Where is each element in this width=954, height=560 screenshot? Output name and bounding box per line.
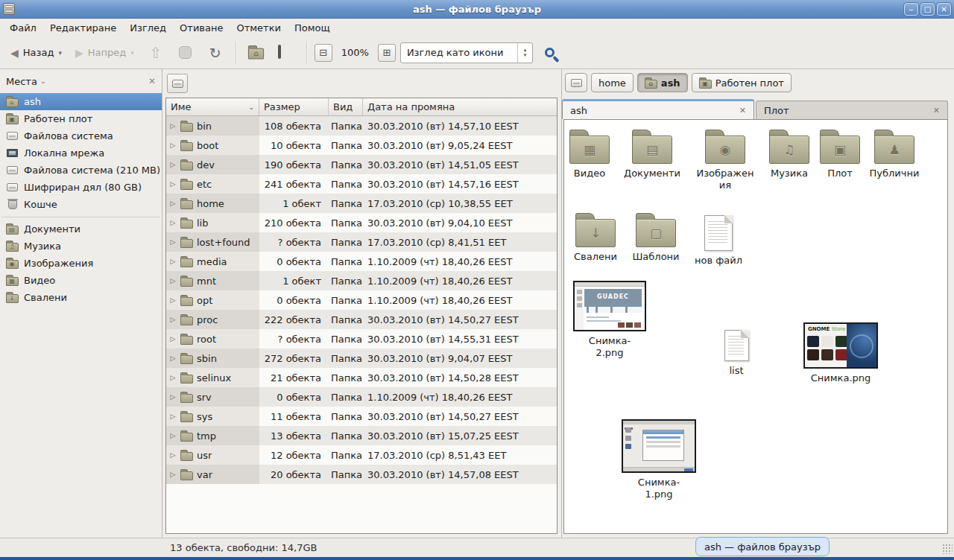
expander-icon[interactable]: ▷ (169, 122, 177, 130)
menu-item[interactable]: Отметки (230, 20, 287, 36)
menu-item[interactable]: Файл (3, 20, 43, 36)
chevron-down-icon[interactable]: ▾ (58, 49, 62, 57)
path-button[interactable]: ▣Работен плот (692, 73, 792, 92)
reload-button[interactable]: ↻ (203, 41, 228, 65)
sidebar-item[interactable]: ▤Документи (0, 220, 162, 238)
column-header[interactable]: Име⌄ (166, 98, 259, 115)
tree-row[interactable]: ▷srv0 обектаПапка1.10.2009 (чт) 18,40,26… (166, 387, 557, 407)
icon-view-item[interactable]: Снимка-1.png (614, 419, 704, 501)
tree-row[interactable]: ▷media0 обектаПапка1.10.2009 (чт) 18,40,… (166, 252, 557, 271)
column-header[interactable]: Вид (329, 98, 363, 115)
sidebar-close-button[interactable]: ✕ (148, 76, 156, 86)
expander-icon[interactable]: ▷ (169, 393, 177, 401)
tab-close-icon[interactable]: ✕ (933, 106, 940, 115)
expander-icon[interactable]: ▷ (169, 277, 177, 284)
tree-row[interactable]: ▷mnt1 обектПапка1.10.2009 (чт) 18,40,26 … (166, 271, 557, 290)
expander-icon[interactable]: ▷ (169, 200, 177, 207)
sidebar-item[interactable]: Файлова система (210 MB) (0, 162, 162, 179)
home-button[interactable]: ⌂ (244, 41, 269, 65)
tree-row[interactable]: ▷tmp13 обектаПапка30.03.2010 (вт) 15,07,… (166, 426, 557, 445)
sidebar-item[interactable]: Локална мрежа (0, 144, 162, 162)
tree-row[interactable]: ▷home1 обектПапка17.03.2010 (ср) 10,38,5… (166, 194, 557, 213)
sidebar-item[interactable]: ▣Работен плот (0, 110, 162, 127)
zoom-in-button[interactable]: ⊞ (378, 44, 396, 62)
expander-icon[interactable]: ▷ (169, 296, 177, 304)
expander-icon[interactable]: ▷ (169, 374, 177, 381)
expander-icon[interactable]: ▷ (169, 335, 177, 343)
expander-icon[interactable]: ▷ (169, 471, 177, 478)
sidebar-item[interactable]: ◉Изображения (0, 255, 162, 272)
menu-item[interactable]: Изглед (123, 20, 173, 36)
tree-row[interactable]: ▷etc241 обектаПапка30.03.2010 (вт) 14,57… (166, 174, 557, 194)
tree-row[interactable]: ▷proc222 обектаПапка30.03.2010 (вт) 14,5… (166, 310, 557, 329)
icon-view-item[interactable]: нов файл (674, 212, 763, 267)
maximize-button[interactable]: □ (920, 3, 935, 16)
sidebar-item[interactable]: ⌂ash (0, 93, 162, 110)
path-button[interactable]: home (591, 73, 634, 92)
window-list-button[interactable]: ash — файлов браузър (695, 537, 830, 556)
expander-icon[interactable]: ▷ (169, 258, 177, 265)
tree-row[interactable]: ▷root? обектаПапка30.03.2010 (вт) 14,55,… (166, 329, 557, 349)
sidebar-item[interactable]: ↓Свалени (0, 289, 162, 306)
search-button[interactable] (537, 41, 563, 65)
sidebar-item[interactable]: Кошче (0, 196, 162, 213)
path-button[interactable]: ⌂ash (637, 73, 688, 92)
view-selector[interactable]: Изглед като икони ▴▾ (400, 42, 533, 63)
title-bar[interactable]: ash — файлов браузър ‒ □ ✕ (0, 0, 954, 19)
expander-icon[interactable]: ▷ (169, 238, 177, 246)
sidebar-item-icon (5, 200, 19, 209)
icon-view-item[interactable]: list (692, 330, 781, 377)
expander-icon[interactable]: ▷ (169, 161, 177, 168)
zoom-out-button[interactable]: ⊟ (315, 44, 332, 62)
menu-item[interactable]: Помощ (288, 20, 337, 36)
tree-row[interactable]: ▷lib210 обектаПапка30.03.2010 (вт) 9,04,… (166, 213, 557, 232)
tree-row[interactable]: ▷usr12 обектаПапка17.03.2010 (ср) 8,51,4… (166, 445, 557, 465)
icon-view-item[interactable]: ♟Публични (850, 129, 939, 179)
minimize-button[interactable]: ‒ (904, 3, 918, 16)
stop-button[interactable] (173, 41, 198, 65)
expander-icon[interactable]: ▷ (169, 180, 177, 188)
expander-icon[interactable]: ▷ (169, 219, 177, 226)
icon-view-item[interactable]: GNOME StoreСнимка.png (796, 322, 885, 384)
icon-view[interactable]: ▦Видео▤Документи◉Изображения♫Музика▣Плот… (563, 119, 948, 534)
places-header[interactable]: Места ⌄ ✕ (0, 69, 162, 93)
spinner-arrows-icon[interactable]: ▴▾ (517, 43, 532, 63)
menu-item[interactable]: Редактиране (43, 20, 123, 36)
tab-close-icon[interactable]: ✕ (739, 106, 746, 115)
tree-row[interactable]: ▷opt0 обектаПапка1.10.2009 (чт) 18,40,26… (166, 290, 557, 310)
tab[interactable]: ash✕ (562, 99, 754, 119)
expander-icon[interactable]: ▷ (169, 141, 177, 149)
sidebar-item[interactable]: ♫Музика (0, 238, 162, 255)
sidebar-item[interactable]: ▦Видео (0, 272, 162, 289)
expander-icon[interactable]: ▷ (169, 316, 177, 323)
expander-icon[interactable]: ▷ (169, 354, 177, 362)
icon-view-item[interactable]: GUADECСнимка-2.png (565, 281, 654, 360)
tree-root-button[interactable] (167, 74, 188, 93)
expander-icon[interactable]: ▷ (169, 413, 177, 420)
computer-button[interactable] (274, 41, 299, 65)
path-button[interactable] (565, 73, 587, 92)
back-button[interactable]: ◀ Назад ▾ (6, 44, 66, 62)
resize-grip[interactable] (942, 544, 953, 554)
folder-icon (180, 394, 193, 403)
sidebar-item[interactable]: Файлова система (0, 127, 162, 144)
expander-icon[interactable]: ▷ (169, 451, 177, 459)
sidebar-item[interactable]: Шифриран дял (80 GB) (0, 179, 162, 196)
up-button[interactable]: ⇧ (143, 41, 168, 65)
tree-row[interactable]: ▷selinux21 обектаПапка30.03.2010 (вт) 14… (166, 368, 557, 387)
column-header[interactable]: Размер (259, 98, 329, 115)
tree-row[interactable]: ▷sbin272 обектаПапка30.03.2010 (вт) 9,04… (166, 349, 557, 368)
forward-button[interactable]: ▶ Напред ▾ (71, 44, 139, 62)
expander-icon[interactable]: ▷ (169, 432, 177, 439)
column-header[interactable]: Дата на промяна (363, 98, 557, 115)
close-button[interactable]: ✕ (937, 3, 951, 16)
tree-row[interactable]: ▷lost+found? обектаПапка17.03.2010 (ср) … (166, 232, 557, 252)
tab[interactable]: Плот✕ (756, 101, 948, 119)
menu-item[interactable]: Отиване (173, 20, 230, 36)
tree-row[interactable]: ▷sys11 обектаПапка30.03.2010 (вт) 14,50,… (166, 407, 557, 426)
tree-row[interactable]: ▷boot10 обектаПапка30.03.2010 (вт) 9,05,… (166, 136, 557, 155)
tree-row[interactable]: ▷dev190 обектаПапка30.03.2010 (вт) 14,51… (166, 155, 557, 174)
tree-row[interactable]: ▷bin108 обектаПапка30.03.2010 (вт) 14,57… (166, 116, 557, 136)
tree-row[interactable]: ▷var20 обектаПапка30.03.2010 (вт) 14,57,… (166, 465, 557, 484)
chevron-down-icon[interactable]: ▾ (130, 49, 134, 57)
